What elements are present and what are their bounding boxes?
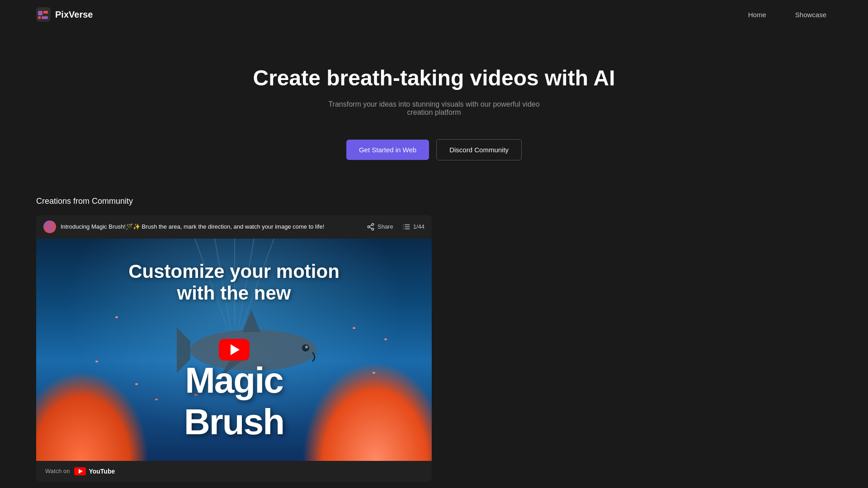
overlay-line2: with the new: [128, 282, 340, 304]
watch-bar: Watch on YouTube: [36, 461, 432, 482]
video-container: Introducing Magic Brush!🪄✨ Brush the are…: [36, 215, 432, 482]
discord-community-button[interactable]: Discord Community: [436, 139, 522, 160]
youtube-icon: [74, 467, 86, 475]
share-button[interactable]: Share: [367, 223, 393, 231]
share-icon: [367, 223, 375, 231]
playlist-button[interactable]: 1/44: [402, 223, 425, 231]
play-triangle-icon: [231, 344, 240, 355]
video-header-right: Share 1/44: [367, 223, 425, 231]
svg-marker-17: [242, 310, 260, 332]
fish-3: [135, 383, 138, 385]
navbar: PixVerse Home Showcase: [0, 0, 868, 29]
svg-rect-7: [46, 227, 48, 230]
brush-text: Brush: [184, 401, 284, 443]
get-started-button[interactable]: Get Started in Web: [346, 140, 429, 160]
svg-rect-6: [50, 223, 53, 225]
pixverse-logo-icon: [36, 7, 51, 22]
nav-home[interactable]: Home: [743, 7, 772, 22]
video-header: Introducing Magic Brush!🪄✨ Brush the are…: [36, 215, 432, 239]
svg-rect-2: [43, 11, 48, 14]
svg-rect-4: [42, 16, 48, 19]
creations-section: Creations from Community Introducing Mag…: [0, 188, 868, 488]
brand-name: PixVerse: [55, 9, 93, 20]
hero-buttons: Get Started in Web Discord Community: [346, 139, 522, 160]
overlay-line1: Customize your motion: [128, 261, 340, 282]
magic-brush-text: Magic Brush: [184, 360, 284, 443]
video-overlay-text: Customize your motion with the new: [128, 261, 340, 304]
svg-point-20: [305, 346, 308, 348]
video-thumbnail[interactable]: Customize your motion with the new Magic…: [36, 239, 432, 461]
playlist-icon: [402, 223, 410, 231]
nav-showcase[interactable]: Showcase: [790, 7, 832, 22]
youtube-logo[interactable]: YouTube: [74, 467, 115, 475]
fish-1: [115, 316, 118, 318]
hero-section: Create breath-taking videos with AI Tran…: [0, 29, 868, 188]
youtube-play-icon: [79, 469, 83, 474]
section-title: Creations from Community: [36, 197, 832, 206]
svg-rect-8: [49, 227, 53, 230]
playlist-count: 1/44: [413, 223, 425, 230]
channel-icon: [43, 221, 56, 233]
fish-5: [373, 372, 375, 374]
svg-rect-5: [46, 223, 49, 226]
video-header-left: Introducing Magic Brush!🪄✨ Brush the are…: [43, 221, 324, 233]
share-label: Share: [377, 223, 393, 230]
youtube-label: YouTube: [89, 468, 115, 475]
play-button[interactable]: [219, 339, 250, 361]
hero-title: Create breath-taking videos with AI: [253, 65, 615, 91]
fish-8: [155, 399, 158, 400]
video-title: Introducing Magic Brush!🪄✨ Brush the are…: [61, 223, 324, 230]
watch-on-label: Watch on: [45, 468, 70, 474]
svg-rect-3: [38, 16, 41, 19]
magic-text: Magic: [184, 360, 284, 401]
nav-links: Home Showcase: [743, 7, 832, 22]
svg-rect-1: [38, 11, 42, 15]
hero-subtitle: Transform your ideas into stunning visua…: [321, 100, 547, 117]
logo-area[interactable]: PixVerse: [36, 7, 93, 22]
